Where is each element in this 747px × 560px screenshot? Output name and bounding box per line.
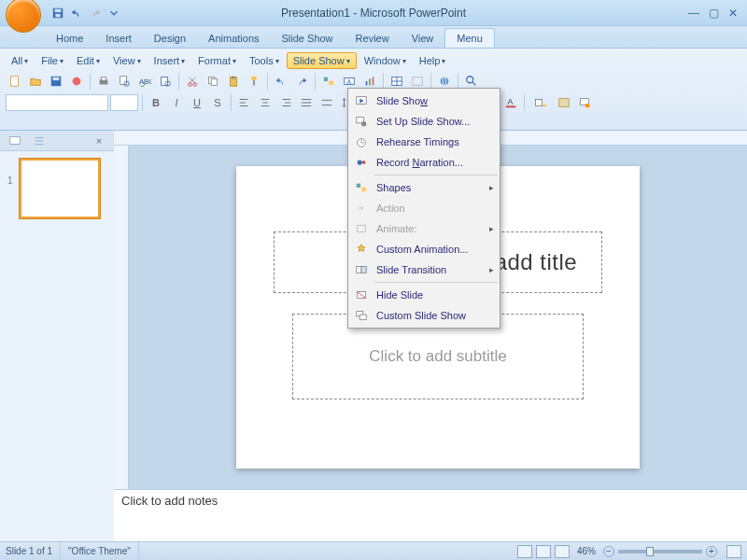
undo-icon[interactable] xyxy=(272,72,290,91)
dd-record-narration[interactable]: Record Narration... xyxy=(348,152,500,173)
menu-help[interactable]: Help▾ xyxy=(414,53,452,68)
dd-separator xyxy=(374,175,498,175)
svg-rect-69 xyxy=(543,105,546,106)
autoshape-fill-icon[interactable] xyxy=(529,93,553,112)
slide-thumbnail-1[interactable] xyxy=(20,159,100,218)
align-right-icon[interactable] xyxy=(276,93,295,112)
svg-rect-32 xyxy=(413,77,423,86)
zoom-level[interactable]: 46% xyxy=(577,546,596,556)
dd-slide-transition[interactable]: Slide Transition▸ xyxy=(348,259,500,280)
dd-rehearse-timings[interactable]: Rehearse Timings xyxy=(348,132,500,152)
menu-file[interactable]: File▾ xyxy=(35,53,69,68)
save-icon[interactable] xyxy=(47,72,65,91)
font-color-icon[interactable]: A xyxy=(501,93,520,112)
svg-rect-28 xyxy=(373,77,374,86)
office-button[interactable] xyxy=(6,0,41,33)
tab-home[interactable]: Home xyxy=(45,29,94,48)
dd-shapes[interactable]: Shapes▸ xyxy=(348,177,500,198)
tab-slide-show[interactable]: Slide Show xyxy=(271,29,345,48)
status-theme: "Office Theme" xyxy=(68,542,139,560)
slide-sorter-view-button[interactable] xyxy=(536,545,551,558)
svg-point-82 xyxy=(361,187,366,191)
status-slide-info: Slide 1 of 1 xyxy=(6,542,61,560)
spelling-icon[interactable]: ABC xyxy=(135,72,154,91)
slides-tab-icon[interactable] xyxy=(7,133,22,148)
tab-animations[interactable]: Animations xyxy=(197,29,270,48)
svg-line-36 xyxy=(472,82,476,86)
print-icon[interactable] xyxy=(94,72,113,91)
svg-rect-72 xyxy=(585,104,589,107)
tab-view[interactable]: View xyxy=(401,29,445,48)
fit-to-window-button[interactable] xyxy=(726,545,741,558)
svg-rect-3 xyxy=(11,77,19,87)
align-center-icon[interactable] xyxy=(256,93,275,112)
distributed-icon[interactable] xyxy=(317,93,336,112)
ribbon-tabs: Home Insert Design Animations Slide Show… xyxy=(0,26,747,49)
menu-slide-show[interactable]: Slide Show▾ xyxy=(287,52,357,69)
menu-all[interactable]: All▾ xyxy=(6,53,34,68)
font-name-box[interactable] xyxy=(6,94,108,111)
outline-tab-icon[interactable] xyxy=(32,133,47,148)
svg-point-33 xyxy=(441,77,449,86)
redo-icon[interactable] xyxy=(292,72,311,91)
copy-icon[interactable] xyxy=(204,72,222,91)
dd-hide-slide[interactable]: Hide Slide xyxy=(348,285,500,305)
open-icon[interactable] xyxy=(26,72,45,91)
design-icon[interactable] xyxy=(555,93,573,112)
svg-rect-27 xyxy=(369,78,371,85)
dd-slide-show[interactable]: Slide Show xyxy=(348,91,500,111)
slide-thumbnails: 1 xyxy=(0,151,114,230)
new-icon[interactable] xyxy=(6,72,24,91)
tab-insert[interactable]: Insert xyxy=(94,29,143,48)
italic-button[interactable]: I xyxy=(167,93,186,112)
notes-pane[interactable]: Click to add notes xyxy=(114,489,747,541)
tab-design[interactable]: Design xyxy=(143,29,197,48)
align-left-icon[interactable] xyxy=(235,93,254,112)
cut-icon[interactable] xyxy=(183,72,202,91)
svg-rect-20 xyxy=(251,77,256,80)
menu-view[interactable]: View▾ xyxy=(107,53,147,68)
panel-close-icon[interactable]: × xyxy=(92,133,106,148)
zoom-in-button[interactable]: + xyxy=(706,546,717,557)
svg-rect-26 xyxy=(366,81,368,85)
dd-set-up-slide-show[interactable]: Set Up Slide Show... xyxy=(348,111,500,132)
format-painter-icon[interactable] xyxy=(245,72,263,91)
zoom-slider[interactable] xyxy=(618,550,702,553)
menu-format[interactable]: Format▾ xyxy=(192,53,242,68)
slide-show-menu-dropdown: Slide Show Set Up Slide Show... Rehearse… xyxy=(347,88,500,329)
svg-point-80 xyxy=(362,161,366,164)
slide-show-view-button[interactable] xyxy=(555,545,570,558)
font-size-box[interactable] xyxy=(110,94,138,111)
svg-rect-19 xyxy=(232,77,235,79)
paste-icon[interactable] xyxy=(224,72,243,91)
bold-button[interactable]: B xyxy=(147,93,165,112)
underline-button[interactable]: U xyxy=(188,93,206,112)
classic-menubar: All▾ File▾ Edit▾ View▾ Insert▾ Format▾ T… xyxy=(6,52,741,69)
research-icon[interactable] xyxy=(156,72,175,91)
print-preview-icon[interactable] xyxy=(115,72,134,91)
permission-icon[interactable] xyxy=(67,72,86,91)
dd-animate: Animate:▸ xyxy=(348,218,500,239)
svg-rect-89 xyxy=(359,315,366,319)
svg-rect-9 xyxy=(120,77,127,85)
title-bar: Presentation1 - Microsoft PowerPoint — ▢… xyxy=(0,0,747,26)
panel-tabs: × xyxy=(0,131,114,151)
menu-tools[interactable]: Tools▾ xyxy=(244,53,285,68)
thumbnail-number: 1 xyxy=(7,175,13,186)
zoom-out-button[interactable]: − xyxy=(603,546,614,557)
svg-rect-8 xyxy=(101,77,106,81)
menu-insert[interactable]: Insert▾ xyxy=(148,53,191,68)
align-justify-icon[interactable] xyxy=(297,93,316,112)
menu-window[interactable]: Window▾ xyxy=(359,53,412,68)
normal-view-button[interactable] xyxy=(517,545,532,558)
tab-review[interactable]: Review xyxy=(345,29,401,48)
autoshapes-icon[interactable] xyxy=(319,72,338,91)
shadow-button[interactable]: S xyxy=(208,93,227,112)
svg-rect-21 xyxy=(253,80,255,85)
dd-action: Action xyxy=(348,198,500,218)
new-slide-icon[interactable] xyxy=(575,93,594,112)
dd-custom-animation[interactable]: Custom Animation... xyxy=(348,239,500,259)
dd-custom-slide-show[interactable]: Custom Slide Show xyxy=(348,305,500,326)
tab-menu[interactable]: Menu xyxy=(444,28,495,48)
menu-edit[interactable]: Edit▾ xyxy=(71,53,106,68)
